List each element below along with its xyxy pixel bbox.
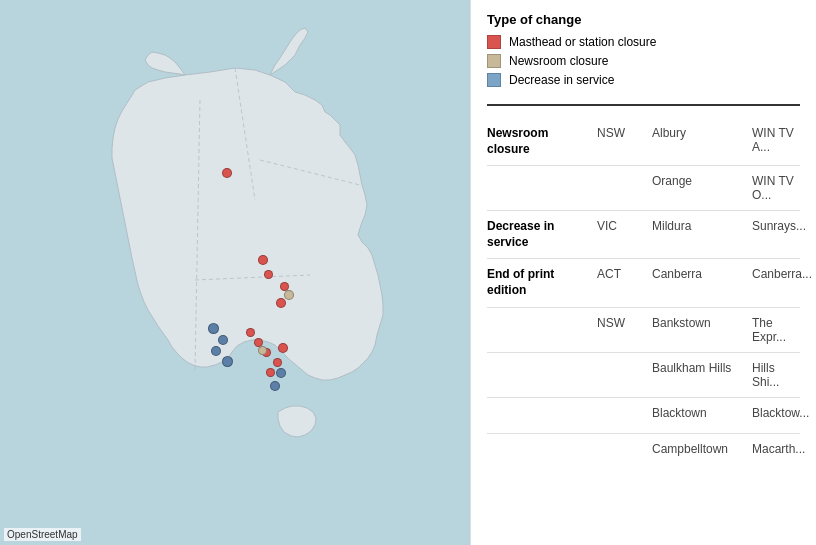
map-marker-blue[interactable]	[218, 335, 228, 345]
map-marker-red[interactable]	[246, 328, 255, 337]
cell-outlet: Blacktow...	[752, 406, 809, 420]
legend-title: Type of change	[487, 12, 800, 27]
map-marker-blue[interactable]	[211, 346, 221, 356]
map-marker-blue[interactable]	[270, 381, 280, 391]
cell-outlet: WIN TV O...	[752, 174, 800, 202]
cell-location: Bankstown	[652, 316, 752, 330]
legend-item-masthead: Masthead or station closure	[487, 35, 800, 49]
cell-location: Mildura	[652, 219, 752, 233]
cell-state: VIC	[597, 219, 652, 233]
legend-item-newsroom: Newsroom closure	[487, 54, 800, 68]
map-marker-red[interactable]	[266, 368, 275, 377]
table-row: Newsroom closure NSW Albury WIN TV A...	[487, 118, 800, 166]
map-attribution: OpenStreetMap	[4, 528, 81, 541]
table-row: End of print edition ACT Canberra Canber…	[487, 259, 800, 307]
cell-outlet: The Expr...	[752, 316, 800, 344]
cell-outlet: Canberra...	[752, 267, 812, 281]
legend-section: Type of change Masthead or station closu…	[487, 12, 800, 106]
table-row: Blacktown Blacktow...	[487, 398, 800, 434]
masthead-label: Masthead or station closure	[509, 35, 656, 49]
legend-item-decrease: Decrease in service	[487, 73, 800, 87]
map-marker-red[interactable]	[276, 298, 286, 308]
cell-location: Blacktown	[652, 406, 752, 420]
map-marker-red[interactable]	[273, 358, 282, 367]
map-container: OpenStreetMap	[0, 0, 470, 545]
table-row: Decrease in service VIC Mildura Sunrays.…	[487, 211, 800, 259]
data-table: Newsroom closure NSW Albury WIN TV A... …	[487, 118, 800, 470]
masthead-swatch	[487, 35, 501, 49]
map-marker-red[interactable]	[222, 168, 232, 178]
map-marker-tan[interactable]	[258, 346, 267, 355]
australia-map	[0, 0, 470, 545]
newsroom-swatch	[487, 54, 501, 68]
cell-location: Albury	[652, 126, 752, 140]
right-panel: Type of change Masthead or station closu…	[470, 0, 816, 545]
decrease-swatch	[487, 73, 501, 87]
cell-location: Canberra	[652, 267, 752, 281]
newsroom-label: Newsroom closure	[509, 54, 608, 68]
map-marker-blue[interactable]	[276, 368, 286, 378]
table-row: Baulkham Hills Hills Shi...	[487, 353, 800, 398]
cell-state: NSW	[597, 126, 652, 140]
table-row: Orange WIN TV O...	[487, 166, 800, 211]
map-marker-red[interactable]	[278, 343, 288, 353]
cell-state: NSW	[597, 316, 652, 330]
map-marker-blue[interactable]	[208, 323, 219, 334]
cell-category: End of print edition	[487, 267, 597, 298]
map-marker-red[interactable]	[264, 270, 273, 279]
table-row: NSW Bankstown The Expr...	[487, 308, 800, 353]
cell-outlet: WIN TV A...	[752, 126, 800, 154]
decrease-label: Decrease in service	[509, 73, 614, 87]
cell-location: Orange	[652, 174, 752, 188]
cell-outlet: Macarth...	[752, 442, 805, 456]
cell-outlet: Sunrays...	[752, 219, 806, 233]
cell-location: Campbelltown	[652, 442, 752, 456]
map-marker-tan[interactable]	[284, 290, 294, 300]
cell-category: Newsroom closure	[487, 126, 597, 157]
cell-category: Decrease in service	[487, 219, 597, 250]
cell-location: Baulkham Hills	[652, 361, 752, 375]
cell-state: ACT	[597, 267, 652, 281]
map-marker-red[interactable]	[258, 255, 268, 265]
map-marker-blue[interactable]	[222, 356, 233, 367]
table-row: Campbelltown Macarth...	[487, 434, 800, 470]
cell-outlet: Hills Shi...	[752, 361, 800, 389]
